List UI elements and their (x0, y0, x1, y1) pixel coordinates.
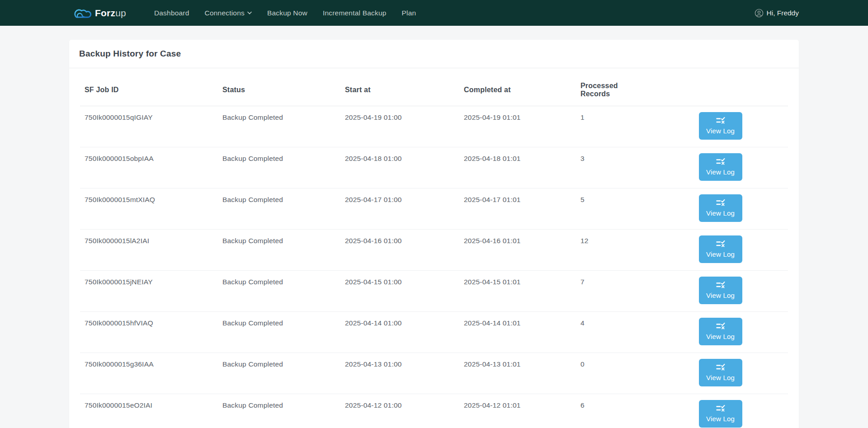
processed-records-cell: 0 (576, 353, 653, 394)
column-header-sf-job-id: SF Job ID (80, 68, 218, 106)
column-header-processed-records: Processed Records (576, 68, 653, 106)
status-cell: Backup Completed (218, 188, 340, 230)
table-row: 750Ik0000015qIGIAY Backup Completed 2025… (80, 106, 788, 147)
action-cell: View Log (653, 106, 788, 147)
status-cell: Backup Completed (218, 353, 340, 394)
view-log-label: View Log (706, 127, 735, 135)
brand-text-bold: Forz (95, 8, 115, 18)
sf-job-id-cell: 750Ik0000015eO2IAI (80, 394, 218, 428)
backup-history-table: SF Job ID Status Start at Completed at P… (80, 68, 788, 428)
backup-history-card: Backup History for Case SF Job ID Status… (69, 40, 799, 428)
table-row: 750Ik0000015eO2IAI Backup Completed 2025… (80, 394, 788, 428)
action-cell: View Log (653, 312, 788, 353)
action-cell: View Log (653, 230, 788, 271)
chevron-down-icon (247, 11, 252, 14)
status-cell: Backup Completed (218, 312, 340, 353)
view-log-button[interactable]: View Log (699, 194, 742, 222)
start-at-cell: 2025-04-12 01:00 (340, 394, 459, 428)
view-log-label: View Log (706, 374, 735, 381)
view-log-button[interactable]: View Log (699, 235, 742, 263)
nav-item-connections[interactable]: Connections (205, 9, 252, 17)
list-check-icon (716, 240, 725, 247)
sf-job-id-cell: 750Ik0000015jNEIAY (80, 271, 218, 312)
view-log-button[interactable]: View Log (699, 112, 742, 140)
sf-job-id-cell: 750Ik0000015qIGIAY (80, 106, 218, 147)
start-at-cell: 2025-04-18 01:00 (340, 147, 459, 188)
view-log-button[interactable]: View Log (699, 153, 742, 181)
brand-text: Forzup (95, 8, 126, 19)
status-cell: Backup Completed (218, 147, 340, 188)
column-header-actions (653, 68, 788, 106)
sf-job-id-cell: 750Ik0000015hfVIAQ (80, 312, 218, 353)
processed-records-cell: 6 (576, 394, 653, 428)
brand-logo[interactable]: Forzup (72, 6, 126, 20)
start-at-cell: 2025-04-17 01:00 (340, 188, 459, 230)
completed-at-cell: 2025-04-16 01:01 (459, 230, 576, 271)
action-cell: View Log (653, 394, 788, 428)
user-menu[interactable]: Hi, Freddy (755, 9, 799, 18)
action-cell: View Log (653, 188, 788, 230)
table-row: 750Ik0000015hfVIAQ Backup Completed 2025… (80, 312, 788, 353)
completed-at-cell: 2025-04-14 01:01 (459, 312, 576, 353)
view-log-label: View Log (706, 292, 735, 299)
view-log-button[interactable]: View Log (699, 277, 742, 304)
table-row: 750Ik0000015mtXIAQ Backup Completed 2025… (80, 188, 788, 230)
processed-records-cell: 12 (576, 230, 653, 271)
cloud-logo-icon (72, 6, 92, 20)
status-cell: Backup Completed (218, 230, 340, 271)
view-log-label: View Log (706, 333, 735, 340)
nav-item-label: Plan (402, 9, 416, 17)
processed-records-cell: 4 (576, 312, 653, 353)
processed-records-cell: 7 (576, 271, 653, 312)
view-log-label: View Log (706, 168, 735, 176)
sf-job-id-cell: 750Ik0000015mtXIAQ (80, 188, 218, 230)
table-body: 750Ik0000015qIGIAY Backup Completed 2025… (80, 106, 788, 428)
table-row: 750Ik0000015obpIAA Backup Completed 2025… (80, 147, 788, 188)
list-check-icon (716, 323, 725, 329)
list-check-icon (716, 158, 725, 165)
user-greeting: Hi, Freddy (767, 9, 799, 17)
page-title: Backup History for Case (79, 49, 789, 59)
action-cell: View Log (653, 353, 788, 394)
view-log-label: View Log (706, 209, 735, 217)
start-at-cell: 2025-04-14 01:00 (340, 312, 459, 353)
table-row: 750Ik0000015jNEIAY Backup Completed 2025… (80, 271, 788, 312)
completed-at-cell: 2025-04-15 01:01 (459, 271, 576, 312)
column-header-status: Status (218, 68, 340, 106)
list-check-icon (716, 282, 725, 288)
processed-records-cell: 5 (576, 188, 653, 230)
column-header-start-at: Start at (340, 68, 459, 106)
completed-at-cell: 2025-04-12 01:01 (459, 394, 576, 428)
list-check-icon (716, 117, 725, 124)
list-check-icon (716, 199, 725, 206)
brand-text-light: up (115, 8, 126, 18)
action-cell: View Log (653, 147, 788, 188)
nav-item-plan[interactable]: Plan (402, 9, 416, 17)
view-log-button[interactable]: View Log (699, 318, 742, 345)
view-log-label: View Log (706, 250, 735, 258)
completed-at-cell: 2025-04-13 01:01 (459, 353, 576, 394)
nav-item-label: Connections (205, 9, 245, 17)
list-check-icon (716, 405, 725, 412)
view-log-button[interactable]: View Log (699, 359, 742, 386)
nav-item-dashboard[interactable]: Dashboard (154, 9, 189, 17)
nav-item-backup-now[interactable]: Backup Now (267, 9, 307, 17)
start-at-cell: 2025-04-15 01:00 (340, 271, 459, 312)
card-header: Backup History for Case (69, 40, 799, 68)
sf-job-id-cell: 750Ik0000015lA2IAI (80, 230, 218, 271)
start-at-cell: 2025-04-19 01:00 (340, 106, 459, 147)
status-cell: Backup Completed (218, 394, 340, 428)
view-log-label: View Log (706, 415, 735, 423)
list-check-icon (716, 364, 725, 371)
nav-item-label: Dashboard (154, 9, 189, 17)
main-content: Backup History for Case SF Job ID Status… (0, 40, 868, 428)
start-at-cell: 2025-04-13 01:00 (340, 353, 459, 394)
table-header: SF Job ID Status Start at Completed at P… (80, 68, 788, 106)
table-wrapper: SF Job ID Status Start at Completed at P… (69, 68, 799, 428)
table-row: 750Ik0000015g36IAA Backup Completed 2025… (80, 353, 788, 394)
completed-at-cell: 2025-04-19 01:01 (459, 106, 576, 147)
nav-item-incremental-backup[interactable]: Incremental Backup (323, 9, 387, 17)
view-log-button[interactable]: View Log (699, 400, 742, 428)
sf-job-id-cell: 750Ik0000015obpIAA (80, 147, 218, 188)
processed-records-cell: 3 (576, 147, 653, 188)
